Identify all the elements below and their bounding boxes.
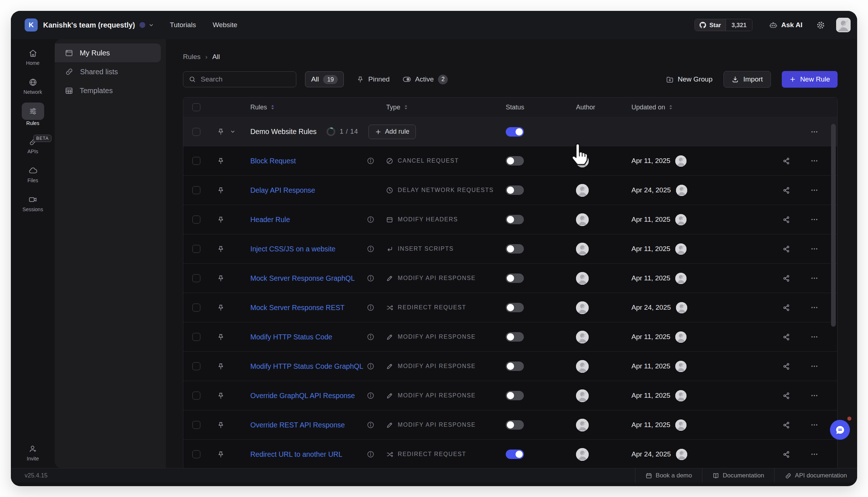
more-icon[interactable] <box>810 128 818 136</box>
new-rule-button[interactable]: New Rule <box>782 71 838 88</box>
scrollbar-thumb[interactable] <box>831 124 836 327</box>
info-icon[interactable] <box>366 421 375 429</box>
status-toggle[interactable] <box>506 215 524 224</box>
rule-name-link[interactable]: Mock Server Response GraphQL <box>250 274 355 283</box>
rail-item-apis[interactable]: BETA APIs <box>11 138 55 154</box>
sidebar-item-my-rules[interactable]: My Rules <box>55 43 161 62</box>
breadcrumb-parent[interactable]: Rules <box>183 53 201 61</box>
sort-icon[interactable] <box>270 104 275 110</box>
pin-icon[interactable] <box>217 451 224 458</box>
more-icon[interactable] <box>810 274 818 282</box>
share-icon[interactable] <box>783 216 790 224</box>
rule-name-link[interactable]: Header Rule <box>250 216 290 224</box>
rail-item-sessions[interactable]: Sessions <box>11 195 55 212</box>
row-checkbox[interactable] <box>192 274 200 282</box>
rule-name-link[interactable]: Modify HTTP Status Code <box>250 333 332 341</box>
row-checkbox[interactable] <box>192 333 200 341</box>
more-icon[interactable] <box>810 392 818 400</box>
row-checkbox[interactable] <box>192 245 200 253</box>
share-icon[interactable] <box>783 245 790 253</box>
sort-icon[interactable] <box>404 104 408 110</box>
status-toggle[interactable] <box>506 273 524 283</box>
rule-name-link[interactable]: Delay API Response <box>250 186 315 195</box>
pin-icon[interactable] <box>217 157 224 165</box>
share-icon[interactable] <box>783 187 790 194</box>
info-icon[interactable] <box>366 304 375 311</box>
share-icon[interactable] <box>783 421 790 429</box>
share-icon[interactable] <box>783 275 790 282</box>
pin-icon[interactable] <box>217 216 224 224</box>
status-toggle[interactable] <box>506 156 524 166</box>
info-icon[interactable] <box>366 157 375 164</box>
rule-name-link[interactable]: Redirect URL to another URL <box>250 450 342 459</box>
pin-icon[interactable] <box>217 128 224 135</box>
filter-active[interactable]: Active 2 <box>403 75 448 84</box>
status-toggle[interactable] <box>506 185 524 195</box>
rule-name-link[interactable]: Mock Server Response REST <box>250 304 345 312</box>
pin-icon[interactable] <box>217 304 224 312</box>
row-checkbox[interactable] <box>192 186 200 194</box>
rail-item-network[interactable]: Network <box>11 78 55 95</box>
share-icon[interactable] <box>783 392 790 400</box>
pin-icon[interactable] <box>217 421 224 429</box>
user-avatar[interactable] <box>836 18 851 32</box>
pin-icon[interactable] <box>217 333 224 341</box>
rail-item-rules[interactable]: Rules <box>11 106 55 126</box>
filter-pinned[interactable]: Pinned <box>357 75 389 83</box>
github-star-widget[interactable]: Star 3,321 <box>694 19 752 31</box>
status-toggle[interactable] <box>506 244 524 254</box>
info-icon[interactable] <box>366 333 375 341</box>
search-input[interactable] <box>201 75 291 83</box>
share-icon[interactable] <box>783 157 790 165</box>
group-name[interactable]: Demo Website Rules <box>250 128 317 136</box>
new-group-button[interactable]: New Group <box>666 75 713 83</box>
more-icon[interactable] <box>810 157 818 165</box>
rule-name-link[interactable]: Override GraphQL API Response <box>250 392 355 400</box>
rail-item-files[interactable]: Files <box>11 166 55 183</box>
search-box[interactable] <box>183 71 296 87</box>
more-icon[interactable] <box>810 421 818 429</box>
pin-icon[interactable] <box>217 392 224 400</box>
status-toggle[interactable] <box>506 303 524 312</box>
share-icon[interactable] <box>783 363 790 370</box>
workspace-name[interactable]: Kanishk's team (requestly) <box>43 21 135 29</box>
row-checkbox[interactable] <box>192 421 200 429</box>
info-icon[interactable] <box>366 216 375 223</box>
pin-icon[interactable] <box>217 363 224 370</box>
row-checkbox[interactable] <box>192 128 200 136</box>
status-toggle[interactable] <box>506 332 524 342</box>
ask-ai-button[interactable]: Ask AI <box>769 21 802 29</box>
column-type[interactable]: Type <box>386 104 400 111</box>
import-button[interactable]: Import <box>723 71 771 88</box>
rule-name-link[interactable]: Inject CSS/JS on a website <box>250 245 335 253</box>
gear-icon[interactable] <box>816 21 825 30</box>
sort-icon[interactable] <box>668 104 673 110</box>
sidebar-item-templates[interactable]: Templates <box>55 81 161 100</box>
status-toggle[interactable] <box>506 450 524 459</box>
rail-item-home[interactable]: Home <box>11 49 55 66</box>
info-icon[interactable] <box>366 451 375 458</box>
rule-name-link[interactable]: Block Request <box>250 157 296 165</box>
pin-icon[interactable] <box>217 275 224 282</box>
more-icon[interactable] <box>810 362 818 370</box>
rule-name-link[interactable]: Override REST API Response <box>250 421 345 429</box>
more-icon[interactable] <box>810 245 818 253</box>
status-toggle[interactable] <box>506 391 524 400</box>
share-icon[interactable] <box>783 451 790 458</box>
more-icon[interactable] <box>810 333 818 341</box>
info-icon[interactable] <box>366 245 375 252</box>
book-a-demo-link[interactable]: Book a demo <box>635 468 702 483</box>
share-icon[interactable] <box>783 333 790 341</box>
row-checkbox[interactable] <box>192 362 200 370</box>
more-icon[interactable] <box>810 304 818 312</box>
api-documentation-link[interactable]: API documentation <box>774 468 857 483</box>
workspace-avatar[interactable]: K <box>25 18 38 32</box>
chat-widget-button[interactable] <box>830 420 850 440</box>
chevron-down-icon[interactable] <box>149 22 154 28</box>
share-icon[interactable] <box>783 304 790 312</box>
info-icon[interactable] <box>366 363 375 370</box>
nav-tutorials[interactable]: Tutorials <box>170 21 196 29</box>
group-status-toggle[interactable] <box>506 127 524 137</box>
row-checkbox[interactable] <box>192 392 200 400</box>
row-checkbox[interactable] <box>192 304 200 312</box>
